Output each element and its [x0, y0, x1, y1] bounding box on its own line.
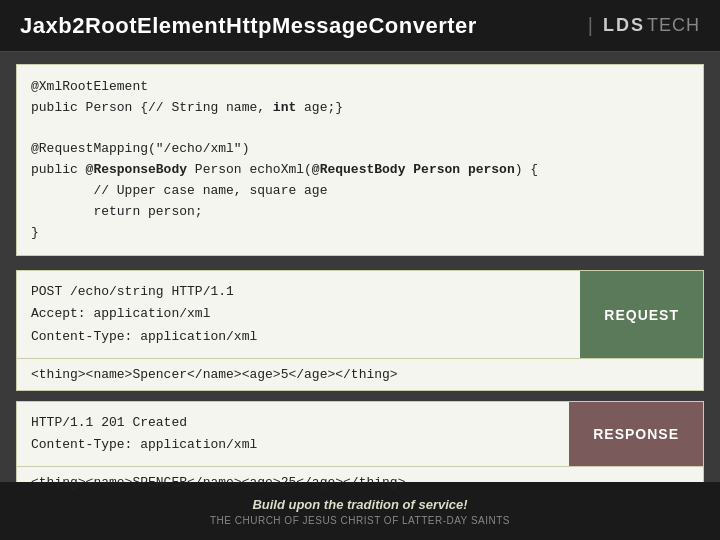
code-line-5: public @ResponseBody Person echoXml(@Req… — [31, 160, 689, 181]
request-line-2: Accept: application/xml — [31, 303, 566, 325]
code-line-7: return person; — [31, 202, 689, 223]
response-code: HTTP/1.1 201 Created Content-Type: appli… — [17, 402, 569, 466]
header: Jaxb2RootElementHttpMessageConverter | L… — [0, 0, 720, 52]
code-block: @XmlRootElement public Person {// String… — [16, 64, 704, 256]
main-content: @XmlRootElement public Person {// String… — [0, 52, 720, 482]
lds-tech-logo: LDS TECH — [603, 15, 700, 36]
request-code: POST /echo/string HTTP/1.1 Accept: appli… — [17, 271, 580, 357]
request-top: POST /echo/string HTTP/1.1 Accept: appli… — [17, 271, 703, 357]
response-line-2: Content-Type: application/xml — [31, 434, 555, 456]
footer: Build upon the tradition of service! The… — [0, 482, 720, 540]
code-line-6: // Upper case name, square age — [31, 181, 689, 202]
logo-tech: TECH — [647, 15, 700, 36]
logo-lds: LDS — [603, 15, 645, 36]
request-line-1: POST /echo/string HTTP/1.1 — [31, 281, 566, 303]
footer-tagline: Build upon the tradition of service! — [252, 497, 467, 512]
response-label: RESPONSE — [569, 402, 703, 466]
code-line-1: @XmlRootElement — [31, 77, 689, 98]
request-label: REQUEST — [580, 271, 703, 357]
code-line-2: public Person {// String name, int age;} — [31, 98, 689, 119]
page-title: Jaxb2RootElementHttpMessageConverter — [20, 13, 477, 39]
request-section: POST /echo/string HTTP/1.1 Accept: appli… — [16, 270, 704, 390]
divider: | — [588, 14, 593, 37]
code-line-8: } — [31, 223, 689, 244]
code-line-4: @RequestMapping("/echo/xml") — [31, 139, 689, 160]
footer-org: The Church of Jesus Christ of Latter-day… — [210, 515, 510, 526]
request-line-3: Content-Type: application/xml — [31, 326, 566, 348]
response-top: HTTP/1.1 201 Created Content-Type: appli… — [17, 402, 703, 466]
request-xml: <thing><name>Spencer</name><age>5</age><… — [17, 358, 703, 390]
response-line-1: HTTP/1.1 201 Created — [31, 412, 555, 434]
code-line-blank — [31, 119, 689, 140]
